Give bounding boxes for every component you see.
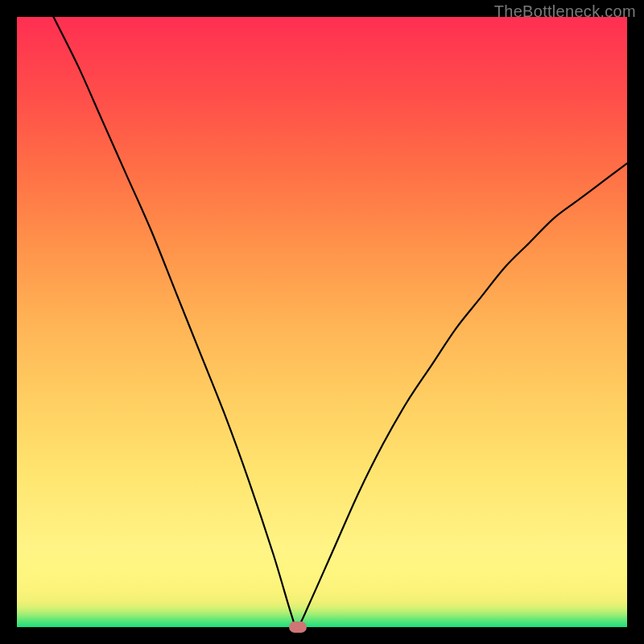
bottleneck-curve	[17, 17, 627, 627]
plot-area	[17, 17, 627, 627]
watermark-text: TheBottleneck.com	[494, 2, 636, 21]
optimal-marker	[289, 621, 307, 633]
chart-frame: TheBottleneck.com	[0, 0, 644, 644]
